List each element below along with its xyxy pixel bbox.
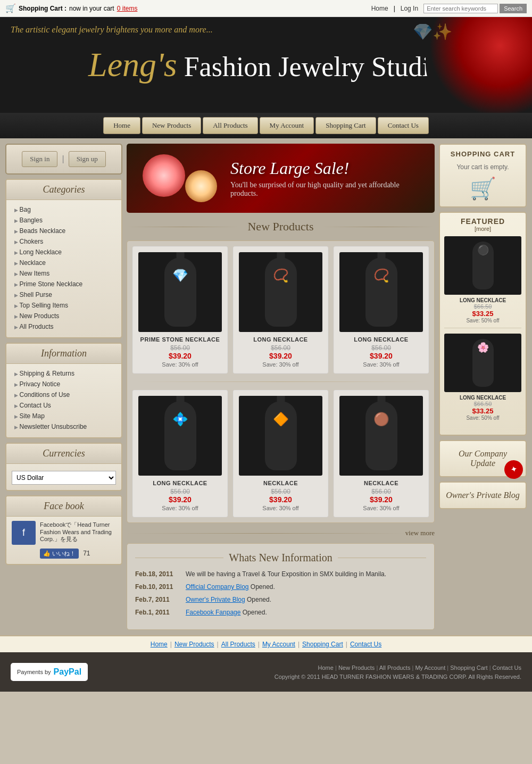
footer-nav-home[interactable]: Home [151,641,168,648]
product-mannequin-3: 📿 [339,252,423,332]
sidebar-item-new-products[interactable]: New Products [12,311,116,321]
footer-copyright-new-products[interactable]: New Products [338,665,375,671]
sidebar-item-new-items[interactable]: New Items [12,268,116,279]
product-item-2[interactable]: 📿 LONG NECKLACE $56.00 $39.20 Save: 30% … [233,246,328,373]
news-text-2: Official Company Blog Opened. [186,583,275,591]
nav-new-products[interactable]: New Products [142,117,201,134]
sidebar-item-privacy[interactable]: Privacy Notice [12,379,116,389]
product-new-price-6: $39.20 [339,495,423,504]
sidebar-item-prime-stone-necklace[interactable]: Prime Stone Necklace [12,279,116,289]
footer-nav-shopping-cart[interactable]: Shopping Cart [302,641,343,648]
product-mannequin-6: 🟤 [339,396,423,476]
product-old-price-1: $56.00 [138,344,222,352]
cart-label: Shopping Cart : [19,5,66,12]
sidebar-item-top-selling-items[interactable]: Top Selling Items [12,300,116,311]
sidebar-item-beads-necklace[interactable]: Beads Necklace [12,226,116,236]
header-banner: The artistic elegant jewelry brightens y… [0,17,532,113]
product-item-3[interactable]: 📿 LONG NECKLACE $56.00 $39.20 Save: 30% … [334,246,429,373]
footer-nav-contact-us[interactable]: Contact Us [350,641,381,648]
product-save-3: Save: 30% off [339,361,423,368]
product-name-4: LONG NECKLACE [138,480,222,486]
product-new-price-2: $39.20 [239,352,322,360]
cart-items-link[interactable]: 0 items [117,5,138,12]
footer: Payments by PayPal Home | New Products |… [0,652,532,692]
necklace-decor-2: 📿 [273,268,289,283]
product-new-price-3: $39.20 [339,352,423,360]
news-date-1: Feb.18, 2011 [135,570,178,578]
product-item-5[interactable]: 🔶 NECKLACE $56.00 $39.20 Save: 30% off [233,390,328,517]
featured-item-1[interactable]: ⚫ LONG NECKLACE $66.50 $33.25 Save: 50% … [444,236,521,328]
featured-new-price-2: $33.25 [444,407,521,415]
sidebar-item-chokers[interactable]: Chokers [12,236,116,247]
signup-button[interactable]: Sign up [69,151,106,167]
news-date-2: Feb.10, 2011 [135,583,178,591]
main-layout: Sign in | Sign up Categories Bag Bangles… [0,138,532,635]
facebook-avatar: f [12,521,36,545]
product-item-4[interactable]: 💠 LONG NECKLACE $56.00 $39.20 Save: 30% … [132,390,228,517]
sidebar-item-conditions[interactable]: Conditions of Use [12,389,116,400]
sidebar-item-contact[interactable]: Contact Us [12,400,116,411]
sidebar-item-sitemap[interactable]: Site Map [12,411,116,421]
footer-copyright-my-account[interactable]: My Account [415,665,445,671]
featured-widget: FEATURED [more] ⚫ LONG NECKLACE $66.50 $… [439,212,527,436]
cart-widget-title: SHOPPING CART [445,150,520,158]
sidebar-item-bangles[interactable]: Bangles [12,215,116,226]
home-link[interactable]: Home [371,5,388,12]
search-input[interactable] [423,4,498,13]
view-more-link[interactable]: view more [405,529,435,537]
necklace-decor-4: 💠 [172,412,188,427]
information-section: Information Shipping & Returns Privacy N… [5,343,122,438]
sale-subtitle: You'll be surprised of our high quality … [230,181,424,198]
nav-contact-us[interactable]: Contact Us [378,117,429,134]
featured-old-price-1: $66.50 [444,303,521,310]
cart-widget: SHOPPING CART Your cart is empty. 🛒 [439,144,527,207]
sidebar-item-long-necklace[interactable]: Long Necklace [12,247,116,258]
like-button[interactable]: 👍 いいね！ [40,549,79,559]
signin-button[interactable]: Sign in [22,151,57,167]
private-blog-button[interactable]: Owner's Private Blog [439,481,527,509]
featured-more-link[interactable]: [more] [444,226,521,232]
product-mannequin-5: 🔶 [239,396,322,476]
sidebar-item-necklace[interactable]: Necklace [12,258,116,268]
news-item-1: Feb.18, 2011 We will be having a Travel … [135,570,426,578]
sidebar-item-shipping[interactable]: Shipping & Returns [12,368,116,379]
footer-nav-my-account[interactable]: My Account [262,641,295,648]
sidebar-item-shell-purse[interactable]: Shell Purse [12,289,116,300]
new-products-title: New Products [239,220,321,234]
login-link[interactable]: Log In [401,5,418,12]
footer-copyright-home[interactable]: Home [318,665,334,671]
facebook-fanpage-link[interactable]: Facebook Fanpage [186,609,240,616]
paypal-label: Payments by [17,669,51,675]
footer-nav-all-products[interactable]: All Products [221,641,255,648]
sidebar-item-newsletter[interactable]: Newsletter Unsubscribe [12,421,116,432]
product-mannequin-2: 📿 [239,252,322,332]
cart-info: 🛒 Shopping Cart : now in your cart 0 ite… [5,3,137,13]
nav-shopping-cart[interactable]: Shopping Cart [315,117,376,134]
nav-home[interactable]: Home [103,117,140,134]
footer-copyright-contact-us[interactable]: Contact Us [493,665,521,671]
nav-all-products[interactable]: All Products [203,117,257,134]
product-item-6[interactable]: 🟤 NECKLACE $56.00 $39.20 Save: 30% off [334,390,429,517]
company-blog-link[interactable]: Official Company Blog [186,583,249,591]
facebook-title: Face book [6,496,121,517]
news-date-4: Feb.1, 2011 [135,609,178,616]
footer-copyright-all-products[interactable]: All Products [379,665,411,671]
featured-item-2[interactable]: 🌸 LONG NECKLACE $66.50 $33.25 Save: 50% … [444,334,521,425]
featured-name-2: LONG NECKLACE [444,395,521,401]
nav-my-account[interactable]: My Account [260,117,314,134]
product-item-1[interactable]: 💎 PRIME STONE NECKLACE $56.00 $39.20 Sav… [132,246,228,373]
paypal-button[interactable]: Payments by PayPal [11,663,88,681]
private-blog-link[interactable]: Owner's Private Blog [186,596,245,603]
product-name-3: LONG NECKLACE [339,336,423,343]
sale-title: Store Large Sale! [230,159,424,178]
currency-select[interactable]: US Dollar [12,471,116,485]
company-update-button[interactable]: Our Company Update ✦ [439,440,527,477]
sidebar-item-all-products[interactable]: All Products [12,321,116,332]
footer-copyright-shopping-cart[interactable]: Shopping Cart [450,665,487,671]
categories-title: Categories [6,180,121,200]
sidebar-item-bag[interactable]: Bag [12,204,116,215]
product-old-price-5: $56.00 [239,488,322,495]
footer-nav-new-products[interactable]: New Products [174,641,214,648]
cart-icon: 🛒 [5,3,16,13]
search-button[interactable]: Search [500,4,527,13]
